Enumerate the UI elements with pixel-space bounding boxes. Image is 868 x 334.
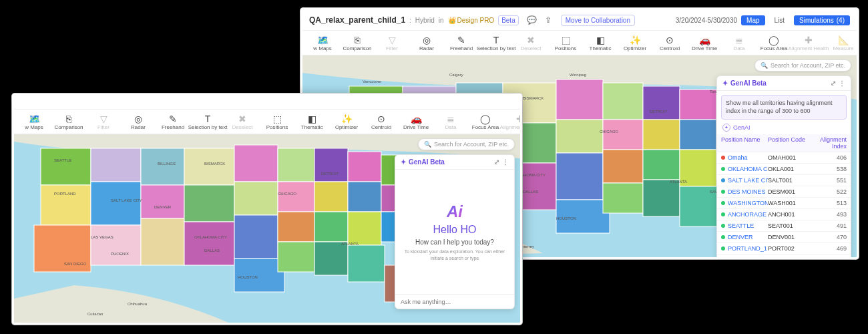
- tool-label: Drive Time: [403, 124, 429, 130]
- tool-deselect: ✖Deselect: [225, 110, 260, 134]
- results-table: OmahaOMAH001406OKLAHOMA CITYOKLA001538SA…: [717, 152, 851, 257]
- cell-position-name: PORTLAND_1: [721, 245, 768, 252]
- tool-freehand[interactable]: ✎Freehand: [444, 31, 479, 55]
- tool-drive-time[interactable]: 🚗Drive Time: [687, 31, 722, 55]
- table-row[interactable]: OmahaOMAH001406: [717, 152, 851, 164]
- tool-w-maps[interactable]: 🗺️w Maps: [305, 31, 340, 55]
- comment-icon[interactable]: 💬: [527, 15, 537, 25]
- tool-selection-by-text[interactable]: TSelection by text: [479, 31, 513, 55]
- svg-rect-84: [314, 212, 348, 242]
- svg-text:DENVER: DENVER: [154, 205, 172, 209]
- svg-text:OKLAHOMA CITY: OKLAHOMA CITY: [194, 235, 227, 239]
- view-map-button[interactable]: Map: [741, 15, 765, 25]
- svg-rect-14: [556, 120, 603, 153]
- tool-focus-area[interactable]: ◯Focus Area: [756, 31, 791, 55]
- product-badge: 👑 Design PRO: [448, 17, 495, 24]
- tool-thematic[interactable]: ◧Thematic: [294, 110, 329, 134]
- tool-radar[interactable]: ◎Radar: [121, 110, 156, 134]
- expand-icon[interactable]: ⤢: [831, 79, 836, 87]
- col-alignment-index[interactable]: Alignment Index: [815, 136, 847, 150]
- tool-icon: ◯: [769, 35, 779, 45]
- tool-selection-by-text[interactable]: TSelection by text: [190, 110, 225, 134]
- cell-alignment-index: 491: [815, 222, 847, 229]
- titlebar: QA_relax_parent_child_1 : Hybrid in 👑 De…: [302, 10, 857, 31]
- tool-positions[interactable]: ⬚Positions: [548, 31, 583, 55]
- col-position-name[interactable]: Position Name: [721, 136, 768, 150]
- tool-positions[interactable]: ⬚Positions: [260, 110, 294, 134]
- titlebar-slim: [14, 96, 520, 110]
- tool-drive-time[interactable]: 🚗Drive Time: [399, 110, 433, 134]
- titlebar-right: 3/20/2024-5/30/2030 Map List Simulations…: [676, 15, 850, 25]
- cell-position-code: ANCH001: [768, 211, 815, 218]
- simulations-button[interactable]: Simulations(4): [794, 15, 850, 25]
- tool-radar[interactable]: ◎Radar: [409, 31, 444, 55]
- tool-icon: 🚗: [699, 35, 710, 45]
- tool-freehand[interactable]: ✎Freehand: [156, 110, 190, 134]
- svg-rect-19: [603, 150, 643, 183]
- table-row[interactable]: WASHINGTONWASH001513: [717, 198, 851, 209]
- tool-alignment-health: ✚Alignment Health: [791, 31, 826, 55]
- table-row[interactable]: SEATTLESEAT001491: [717, 220, 851, 232]
- svg-rect-81: [278, 242, 314, 272]
- table-row[interactable]: DALLASDALL001466: [717, 255, 851, 257]
- genai-input-row: [395, 294, 514, 309]
- genai-input[interactable]: [399, 298, 513, 306]
- more-icon[interactable]: ⋮: [839, 79, 845, 87]
- tool-thematic[interactable]: ◧Thematic: [583, 31, 618, 55]
- cell-position-name: Omaha: [721, 154, 768, 161]
- table-row[interactable]: DENVERDENV001470: [717, 232, 851, 243]
- map-search-input[interactable]: 🔍 Search for Account, ZIP etc.: [418, 138, 515, 150]
- status-dot: [721, 190, 725, 194]
- tool-icon: ◎: [134, 114, 142, 124]
- tool-focus-area[interactable]: ◯Focus Area: [468, 110, 503, 134]
- cell-position-code: OMAH001: [768, 154, 815, 161]
- table-row[interactable]: SALT LAKE CITYSALT001551: [717, 175, 851, 186]
- svg-rect-63: [41, 185, 91, 225]
- tool-w-maps[interactable]: 🗺️w Maps: [17, 110, 51, 134]
- genai-prompt: Show me all territories having alignment…: [721, 95, 847, 120]
- tool-centroid[interactable]: ⊙Centroid: [652, 31, 687, 55]
- cell-position-name: WASHINGTON: [721, 200, 768, 206]
- table-row[interactable]: ANCHORAGEANCH001493: [717, 209, 851, 220]
- project-title: QA_relax_parent_child_1: [309, 15, 405, 25]
- tool-centroid[interactable]: ⊙Centroid: [364, 110, 399, 134]
- greeting-subtitle: How can I help you today?: [415, 238, 494, 246]
- move-collaboration-button[interactable]: Move to Collaboration: [561, 15, 635, 26]
- view-list-button[interactable]: List: [769, 15, 791, 25]
- svg-text:LAS VEGAS: LAS VEGAS: [91, 235, 114, 239]
- expand-icon[interactable]: ⤢: [494, 158, 499, 166]
- tool-optimizer[interactable]: ✨Optimizer: [618, 31, 652, 55]
- tool-label: Data: [734, 45, 745, 51]
- svg-rect-85: [314, 242, 348, 275]
- search-icon: 🔍: [424, 141, 431, 148]
- table-row[interactable]: OKLAHOMA CITYOKLA001538: [717, 164, 851, 175]
- share-icon[interactable]: ⇪: [545, 15, 552, 25]
- svg-rect-17: [603, 83, 643, 120]
- cell-position-code: DENV001: [768, 234, 815, 240]
- svg-rect-68: [141, 148, 184, 185]
- tool-icon: ◧: [596, 35, 605, 45]
- tool-label: Centroid: [660, 45, 680, 51]
- tool-label: Measure: [833, 45, 853, 51]
- tool-label: Radar: [131, 124, 146, 130]
- col-position-code[interactable]: Position Code: [768, 136, 815, 150]
- table-row[interactable]: DES MOINESDESM001522: [717, 186, 851, 198]
- table-row[interactable]: PORTLAND_1PORT002469: [717, 243, 851, 255]
- cell-position-code: OKLA001: [768, 166, 815, 172]
- more-icon[interactable]: ⋮: [502, 158, 509, 166]
- map-search-input[interactable]: 🔍 Search for Account, ZIP etc.: [754, 59, 851, 71]
- tool-label: Positions: [266, 124, 288, 130]
- tool-comparison[interactable]: ⎘Comparison: [340, 31, 375, 55]
- tool-icon: ◧: [308, 114, 316, 124]
- tool-filter: ▽Filter: [375, 31, 409, 55]
- svg-text:SEATTLE: SEATTLE: [54, 158, 71, 162]
- project-type: Hybrid: [415, 17, 435, 24]
- svg-rect-89: [348, 245, 385, 282]
- tool-comparison[interactable]: ⎘Comparison: [51, 110, 86, 134]
- cell-position-name: ANCHORAGE: [721, 211, 768, 218]
- tool-optimizer[interactable]: ✨Optimizer: [329, 110, 364, 134]
- tool-label: Filter: [386, 45, 398, 51]
- svg-text:HOUSTON: HOUSTON: [238, 275, 258, 279]
- tool-label: Selection by text: [477, 45, 516, 51]
- svg-text:CHICAGO: CHICAGO: [278, 192, 296, 196]
